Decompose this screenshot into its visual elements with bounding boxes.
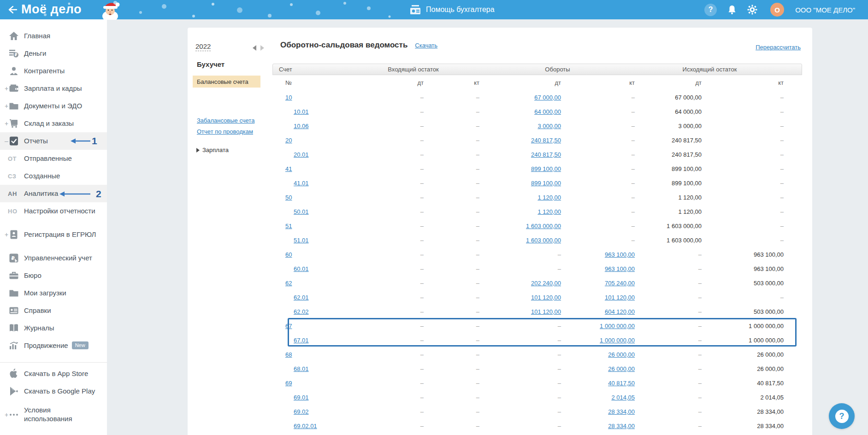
amount-link[interactable]: 26 000,00	[608, 351, 635, 358]
account-link-60.01[interactable]: 60.01	[294, 265, 309, 272]
sidebar-item-google-play[interactable]: Скачать в Google Play	[0, 382, 107, 400]
sidebar-item-money[interactable]: ₽Деньги	[0, 45, 107, 62]
amount-link[interactable]: 67 000,00	[534, 94, 561, 101]
nav-link-postings-report[interactable]: Отчет по проводкам	[197, 128, 253, 135]
amount-link[interactable]: 40 817,50	[608, 380, 635, 387]
empty-value: –	[698, 394, 702, 401]
col-header-turnover: Обороты	[480, 66, 635, 73]
account-link-50[interactable]: 50	[285, 194, 292, 201]
account-link-69.02[interactable]: 69.02	[294, 408, 309, 415]
empty-value: –	[632, 165, 635, 172]
account-link-20.01[interactable]: 20.01	[294, 151, 309, 158]
empty-value: –	[698, 337, 702, 344]
sidebar-item-promotion[interactable]: ПродвижениеNew	[0, 337, 107, 354]
amount-link[interactable]: 101 120,00	[531, 308, 561, 315]
amount-link[interactable]: 26 000,00	[608, 365, 635, 372]
sidebar-item-home[interactable]: Главная	[0, 27, 107, 45]
help-icon[interactable]: ?	[704, 4, 717, 16]
amount-link[interactable]: 3 000,00	[537, 123, 561, 129]
sidebar-item-management[interactable]: ₽Управленческий учет	[0, 249, 107, 267]
company-name[interactable]: ООО "МОЕ ДЕЛО"	[795, 6, 855, 14]
table-row-account-68.01: 68.01–––26 000,00–26 000,00	[272, 362, 802, 376]
account-link-60[interactable]: 60	[285, 251, 292, 258]
download-link[interactable]: Скачать	[415, 42, 437, 49]
sidebar-item-app-store[interactable]: Скачать в App Store	[0, 365, 107, 382]
amount-link[interactable]: 202 240,00	[531, 280, 561, 287]
amount-link[interactable]: 240 817,50	[531, 137, 561, 144]
sidebar-item-journals[interactable]: Журналы	[0, 319, 107, 337]
amount-link[interactable]: 1 000 000,00	[600, 323, 635, 329]
account-link-10[interactable]: 10	[285, 94, 292, 101]
year-selector[interactable]: 2022	[195, 42, 211, 51]
sidebar-item-documents[interactable]: +Документы и ЭДО	[0, 97, 107, 115]
amount-link[interactable]: 963 100,00	[605, 251, 635, 258]
sidebar-item-certificates[interactable]: Справки	[0, 302, 107, 319]
account-link-51[interactable]: 51	[285, 223, 292, 229]
nav-link-offbalance-accounts[interactable]: Забалансовые счета	[197, 117, 254, 124]
account-link-41[interactable]: 41	[285, 165, 292, 172]
sidebar-item-report-settings[interactable]: НОНастройки отчетности	[0, 202, 107, 220]
amount-link[interactable]: 28 334,00	[608, 408, 635, 415]
empty-value: –	[420, 194, 424, 201]
sidebar-item-bureau[interactable]: Бюро	[0, 267, 107, 284]
salary-icon	[8, 82, 20, 94]
prev-year-arrow-icon[interactable]	[253, 45, 256, 51]
account-link-69.01[interactable]: 69.01	[294, 394, 309, 401]
account-link-69[interactable]: 69	[285, 380, 292, 387]
amount-link[interactable]: 2 014,05	[611, 394, 635, 401]
amount-link[interactable]: 64 000,00	[534, 108, 561, 115]
sidebar-item-reports[interactable]: –Отчеты	[0, 132, 107, 150]
notifications-bell-icon[interactable]	[727, 5, 737, 15]
account-link-67[interactable]: 67	[285, 323, 292, 329]
amount-link[interactable]: 963 100,00	[605, 265, 635, 272]
amount-link[interactable]: 1 120,00	[537, 194, 561, 201]
account-link-10.06[interactable]: 10.06	[294, 123, 309, 129]
account-link-51.01[interactable]: 51.01	[294, 237, 309, 244]
sidebar-item-created[interactable]: СЗСозданные	[0, 167, 107, 185]
empty-value: –	[780, 123, 784, 129]
amount-link[interactable]: 1 120,00	[537, 208, 561, 215]
sidebar-item-egrul[interactable]: +Регистрация в ЕГРЮЛ	[0, 220, 107, 249]
sidebar-item-terms[interactable]: +Условия использования	[0, 400, 107, 429]
account-link-62.01[interactable]: 62.01	[294, 294, 309, 301]
floating-help-button[interactable]: ?	[829, 403, 855, 429]
nav-section-salary[interactable]: Зарплата	[196, 147, 229, 153]
account-link-50.01[interactable]: 50.01	[294, 208, 309, 215]
user-avatar[interactable]: O	[770, 3, 784, 17]
sidebar-label-analytics: Аналитика	[24, 189, 97, 198]
amount-link[interactable]: 1 000 000,00	[600, 337, 635, 344]
amount-link[interactable]: 604 120,00	[605, 308, 635, 315]
amount-link[interactable]: 240 817,50	[531, 151, 561, 158]
amount-link[interactable]: 101 120,00	[531, 294, 561, 301]
amount-link[interactable]: 705 240,00	[605, 280, 635, 287]
recalculate-link[interactable]: Перерассчитать	[756, 44, 801, 51]
amount-link[interactable]: 28 334,00	[608, 423, 635, 429]
account-link-67.01[interactable]: 67.01	[294, 337, 309, 344]
account-link-68[interactable]: 68	[285, 351, 292, 358]
sidebar-item-downloads[interactable]: Мои загрузки	[0, 284, 107, 302]
nav-item-balance-accounts[interactable]: Балансовые счета	[193, 76, 260, 88]
sidebar-item-salary[interactable]: +Зарплата и кадры	[0, 80, 107, 97]
account-link-62[interactable]: 62	[285, 280, 292, 287]
app-logo[interactable]: Моё дело	[21, 2, 82, 17]
sidebar-item-warehouse[interactable]: +Склад и заказы	[0, 115, 107, 132]
account-link-62.02[interactable]: 62.02	[294, 308, 309, 315]
account-link-41.01[interactable]: 41.01	[294, 180, 309, 187]
amount-link[interactable]: 899 100,00	[531, 165, 561, 172]
amount-link[interactable]: 899 100,00	[531, 180, 561, 187]
sidebar-item-contractors[interactable]: Контрагенты	[0, 62, 107, 80]
account-link-68.01[interactable]: 68.01	[294, 365, 309, 372]
amount-link[interactable]: 101 120,00	[605, 294, 635, 301]
next-year-arrow-icon[interactable]	[260, 45, 264, 51]
account-link-10.01[interactable]: 10.01	[294, 108, 309, 115]
back-arrow-icon[interactable]	[6, 4, 18, 15]
sidebar-item-analytics[interactable]: АНАналитика	[0, 185, 107, 202]
amount-link[interactable]: 1 603 000,00	[526, 223, 561, 229]
account-link-69.02.01[interactable]: 69.02.01	[294, 423, 317, 429]
amount-link[interactable]: 1 603 000,00	[526, 237, 561, 244]
help-center-button[interactable]: Помощь бухгалтера	[409, 0, 495, 19]
account-link-20[interactable]: 20	[285, 137, 292, 144]
sidebar-item-sent[interactable]: ОТОтправленные	[0, 150, 107, 167]
settings-gear-icon[interactable]	[747, 5, 757, 15]
table-row-account-62.01: 62.01––101 120,00101 120,00––	[272, 290, 802, 305]
